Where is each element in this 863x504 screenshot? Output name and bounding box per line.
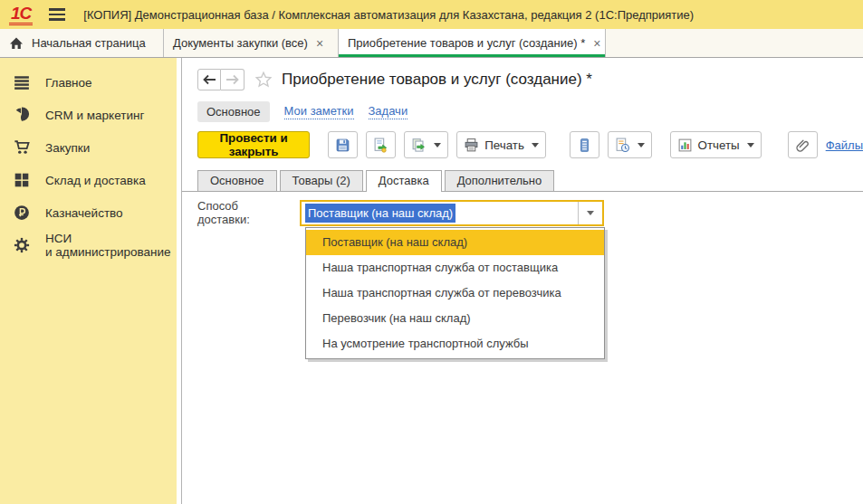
forward-arrow-icon[interactable] (221, 69, 245, 90)
reports-button-label: Отчеты (698, 138, 740, 152)
delivery-option[interactable]: Наша транспортная служба от поставщика (306, 255, 604, 281)
chevron-down-icon (747, 143, 754, 147)
sidebar-item-label: Казначейство (45, 206, 123, 220)
window-title: [КОПИЯ] Демонстрационная база / Комплекс… (83, 8, 694, 22)
document-register-button[interactable] (570, 131, 599, 158)
back-arrow-icon[interactable] (197, 69, 221, 90)
form-panel: Приобретение товаров и услуг (создание) … (182, 58, 863, 504)
tab-close-icon[interactable]: × (316, 37, 323, 50)
sidebar-item-kaznacheystvo[interactable]: Казначейство (0, 196, 177, 229)
nav-link-my-notes[interactable]: Мои заметки (284, 104, 354, 119)
window-tab-bar: Начальная страница Документы закупки (вс… (0, 29, 863, 58)
save-button[interactable] (328, 131, 358, 158)
form-tab-dostavka[interactable]: Доставка (366, 170, 442, 192)
nav-link-main[interactable]: Основное (197, 101, 270, 122)
document-clock-icon (615, 138, 630, 153)
sidebar-item-label: Закупки (45, 141, 90, 155)
sidebar-item-zakupki[interactable]: Закупки (0, 131, 177, 164)
pie-chart-icon (13, 106, 31, 124)
delivery-option[interactable]: На усмотрение транспортной службы (306, 331, 604, 357)
delivery-method-combobox[interactable]: Поставщик (на наш склад) Поставщик (на н… (300, 200, 604, 226)
menu-lines-icon (13, 73, 31, 91)
document-schedule-button[interactable] (608, 131, 652, 158)
nav-link-tasks[interactable]: Задачи (369, 104, 408, 119)
create-based-on-icon (411, 138, 427, 153)
save-icon (335, 138, 350, 153)
chevron-down-icon (587, 211, 594, 215)
delivery-option[interactable]: Наша транспортная служба от перевозчика (306, 281, 604, 306)
post-document-button[interactable] (366, 131, 396, 158)
sidebar-item-crm[interactable]: CRM и маркетинг (0, 99, 177, 131)
tab-label: Приобретение товаров и услуг (создание) … (348, 36, 585, 50)
delivery-option[interactable]: Поставщик (на наш склад) (306, 230, 604, 255)
title-bar: 1С [КОПИЯ] Демонстрационная база / Компл… (0, 0, 863, 29)
post-document-icon (373, 138, 388, 153)
sidebar-item-sklad[interactable]: Склад и доставка (0, 164, 177, 196)
star-icon[interactable] (254, 71, 273, 89)
combobox-selected-value: Поставщик (на наш склад) (305, 204, 455, 223)
tab-label: Документы закупки (все) (173, 36, 308, 50)
chevron-down-icon (638, 143, 645, 147)
print-button-label: Печать (484, 138, 524, 152)
currency-circle-icon (13, 204, 31, 222)
create-based-on-button[interactable] (404, 131, 448, 158)
attach-button[interactable] (788, 131, 818, 158)
chevron-down-icon (434, 143, 441, 147)
paperclip-icon (795, 138, 810, 153)
bar-chart-icon (677, 138, 693, 153)
sidebar-item-label: НСИи администрирование (45, 232, 171, 259)
sidebar-item-label: Склад и доставка (45, 174, 146, 187)
sidebar-menu: ГлавноеCRM и маркетингЗакупкиСклад и дос… (0, 58, 177, 504)
tab-goods-services-acquisition[interactable]: Приобретение товаров и услуг (создание) … (339, 29, 606, 57)
1c-logo-icon: 1С (9, 5, 33, 25)
document-register-icon (577, 138, 592, 153)
home-icon (9, 36, 24, 51)
combobox-dropdown-button[interactable] (578, 202, 602, 224)
chevron-down-icon (532, 143, 539, 147)
form-tab-osnovnoe[interactable]: Основное (197, 170, 277, 191)
sidebar-item-label: Главное (45, 76, 92, 90)
sidebar-item-glavnoe[interactable]: Главное (0, 66, 177, 99)
page-title: Приобретение товаров и услуг (создание) … (282, 71, 592, 89)
tab-close-icon[interactable]: × (593, 37, 600, 50)
form-tab-tovary[interactable]: Товары (2) (280, 170, 363, 191)
form-tabs: ОсновноеТовары (2)ДоставкаДополнительно (182, 170, 863, 192)
post-and-close-button[interactable]: Провести и закрыть (197, 131, 310, 158)
reports-button[interactable]: Отчеты (670, 131, 762, 158)
printer-icon (464, 138, 479, 153)
gear-icon (13, 236, 31, 254)
cart-icon (13, 138, 31, 157)
delivery-method-label: Способ доставки: (197, 199, 293, 226)
form-tab-dopolnitelno[interactable]: Дополнительно (445, 170, 555, 191)
hamburger-icon[interactable] (49, 8, 65, 20)
sidebar-item-label: CRM и маркетинг (45, 109, 144, 122)
files-link[interactable]: Файлы (826, 138, 863, 152)
grid-icon (13, 171, 31, 189)
print-button[interactable]: Печать (456, 131, 546, 158)
delivery-option[interactable]: Перевозчик (на наш склад) (306, 306, 604, 331)
tab-purchase-documents[interactable]: Документы закупки (все) × (164, 29, 339, 57)
tab-label: Начальная страница (32, 36, 146, 50)
delivery-dropdown: Поставщик (на наш склад)Наша транспортна… (305, 227, 605, 359)
sidebar-item-nsi[interactable]: НСИи администрирование (0, 229, 177, 262)
tab-home-page[interactable]: Начальная страница (0, 29, 164, 57)
